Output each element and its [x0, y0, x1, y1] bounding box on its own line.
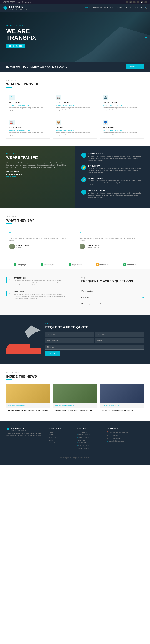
testimonial-author: JONATHAN DOE Marketing Specialist	[80, 244, 141, 249]
services-title: WHAT WE PROVIDE	[6, 82, 144, 86]
search-icon[interactable]: 🔍	[145, 7, 147, 9]
faq-question[interactable]: Why choose this? +	[81, 288, 144, 294]
footer-service-link[interactable]: ROAD FREIGHT	[77, 447, 102, 449]
subject-input[interactable]	[95, 338, 144, 343]
nav-pages[interactable]: PAGES	[126, 7, 132, 9]
service-icon: ✈	[9, 95, 14, 100]
hero-tag: WE ARE TRANSPIX	[6, 25, 36, 27]
faq-question[interactable]: When easily product reach? +	[81, 301, 144, 307]
service-card: 📫 PACKAGING SECURE AND SAFE AIR Freight …	[100, 117, 144, 139]
feature-icon: ⚡	[81, 165, 86, 170]
footer-service-link[interactable]: AIR FREIGHT	[77, 431, 102, 433]
service-icon: 🚢	[103, 95, 108, 100]
faq-item[interactable]: Why choose this? +	[81, 288, 144, 294]
feature-text: We offers a host of logistics management…	[88, 180, 144, 186]
footer-logo-sub: LOGISTICS AND TRANSPORT	[11, 430, 28, 431]
linkedin-icon[interactable]: in	[133, 1, 136, 3]
youtube-icon[interactable]: ▶	[141, 1, 143, 3]
service-card: 🚢 OCEAN FREIGHT SECURE AND SAFE AIR Frei…	[100, 92, 144, 114]
quote-submit-button[interactable]: SUBMIT	[45, 352, 60, 356]
news-body: Flexible shipping are increasing day by …	[6, 408, 50, 413]
mission-item: ✓ OUR MISSION We offers a host of logist…	[6, 277, 69, 286]
service-icon: 🏭	[9, 120, 14, 125]
nav-about[interactable]: ABOUT US	[93, 7, 102, 9]
quote-content: QUOTE REQUEST A FREE QUOTE SUBMIT	[45, 323, 144, 356]
footer-service-link[interactable]: WARE HOUSING	[77, 445, 102, 446]
twitter-icon[interactable]: t	[129, 1, 132, 3]
news-image	[6, 384, 50, 403]
about-title: WE ARE TRANSPIX	[6, 156, 69, 160]
services-line	[6, 87, 12, 88]
news-title[interactable]: Big warehouse are most friendly for new …	[55, 409, 95, 412]
author-name: JONATHAN DOE	[87, 245, 100, 246]
news-meta: MARCH 18, 2019 • WAREHOUSE	[53, 403, 97, 408]
service-card-title: ROAD FREIGHT	[56, 102, 94, 104]
news-body: Big warehouse are most friendly for new …	[53, 408, 97, 413]
facebook-icon[interactable]: f	[126, 1, 128, 3]
testimonial-card: " They provide innovative solutions with…	[6, 228, 73, 252]
news-title[interactable]: Flexible shipping are increasing day by …	[8, 409, 48, 412]
footer-bottom: © Copyright 2020 Transpix. All rights re…	[6, 455, 144, 458]
brand-logo: ◆audiojungle	[96, 263, 109, 266]
footer-service-link[interactable]: OCEAN FREIGHT	[77, 434, 102, 436]
service-card-title: WARE HOUSING	[9, 127, 47, 128]
news-title[interactable]: Keep your product in storage for long ti…	[102, 409, 142, 412]
feature-item: ⚡ FASTEST DELIVERY We offers a host of l…	[81, 190, 144, 198]
service-card: ✈ AIR FREIGHT SECURE AND SAFE AIR Freigh…	[6, 92, 50, 114]
nav-home[interactable]: HOME	[85, 7, 90, 9]
contact-us-button[interactable]: CONTACT US	[126, 64, 144, 69]
faq-item[interactable]: Is it costly? +	[81, 294, 144, 301]
footer-phone2: 📞 +90 512 786122	[107, 437, 144, 439]
testimonials-section: TESTIMONIALS WHAT THEY SAY " They provid…	[0, 208, 150, 260]
nav-blog[interactable]: BLOG ▾	[117, 7, 123, 9]
quote-title: REQUEST A FREE QUOTE	[45, 325, 144, 329]
cta-strip: REACH YOUR DESTINATION 100% SAFE & SECUR…	[0, 62, 150, 72]
news-card: MARCH 18, 2019 • WAREHOUSE Big warehouse…	[53, 384, 97, 413]
news-image	[53, 384, 97, 403]
footer-service-link[interactable]: PACKAGING	[77, 442, 102, 444]
footer-links-list: HOMEABOUT USSERVICESBLOGCONTACT	[48, 431, 73, 444]
pinterest-icon[interactable]: P	[144, 1, 147, 3]
logo[interactable]: TRANSPIX LOGISTICS AND TRANSPORT	[3, 6, 28, 10]
nav-contact[interactable]: CONTACT	[134, 7, 142, 9]
faq-question[interactable]: Is it costly? +	[81, 294, 144, 300]
phone2-icon: 📞	[107, 437, 109, 439]
name-input[interactable]	[45, 332, 94, 337]
faq-item[interactable]: When easily product reach? +	[81, 301, 144, 307]
brand-logo: ◆themeforest	[124, 263, 137, 266]
about-role: Founder & CEO	[6, 176, 69, 177]
news-meta: MARCH 12, 2019 • SHIPPING	[6, 403, 50, 408]
about-left: ABOUT US WE ARE TRANSPIX We offers a hos…	[0, 146, 75, 208]
footer-link[interactable]: SERVICES	[48, 437, 73, 438]
mission-content: OUR VISION We offers a host of logistics…	[14, 290, 69, 300]
about-right: 🌐 GLOBAL SERVICE We offers a host of log…	[75, 146, 150, 208]
brand-logo: ◆audiojungle	[13, 263, 26, 266]
hero-section: WE ARE TRANSPIX WE ARE TRANSPIX SEE SERV…	[0, 12, 150, 62]
nav-services[interactable]: SERVICES ▾	[104, 7, 114, 9]
footer-link[interactable]: BLOG	[48, 439, 73, 441]
footer-services-title: SERVICES	[77, 427, 102, 429]
message-input[interactable]	[45, 345, 144, 350]
footer-links-title: USEFUL LINKS	[48, 427, 73, 429]
news-image	[100, 384, 144, 403]
hero-cta-button[interactable]: SEE SERVICES	[6, 44, 25, 48]
footer-link[interactable]: HOME	[48, 431, 73, 433]
services-section: OUR SERVICES WHAT WE PROVIDE ✈ AIR FREIG…	[0, 72, 150, 146]
faq-tag: FAQS	[81, 277, 144, 278]
news-section: LATEST BLOG INSIDE THE NEWS MARCH 12, 20…	[0, 364, 150, 421]
service-card-text: We offers a host of logistics management…	[9, 107, 47, 111]
about-signature: David Anderson	[6, 170, 69, 173]
footer-desc: Transpix offers a host of logistics mana…	[6, 432, 43, 439]
social-links[interactable]: f t in g ▶ P	[126, 1, 147, 3]
googleplus-icon[interactable]: g	[137, 1, 139, 3]
footer-services-list: AIR FREIGHTOCEAN FREIGHTROAD FREIGHTSTOR…	[77, 431, 102, 449]
footer-service-link[interactable]: ROAD FREIGHT	[77, 437, 102, 438]
footer-link[interactable]: CONTACT	[48, 442, 73, 444]
news-title: INSIDE THE NEWS	[6, 374, 144, 378]
email-input[interactable]	[95, 332, 144, 337]
feature-icon: 🌐	[81, 153, 86, 158]
footer-link[interactable]: ABOUT US	[48, 434, 73, 436]
testimonial-text: They provide innovative solutions with t…	[9, 238, 70, 242]
footer-service-link[interactable]: STORAGE	[77, 439, 102, 441]
phone-input[interactable]	[45, 338, 94, 343]
